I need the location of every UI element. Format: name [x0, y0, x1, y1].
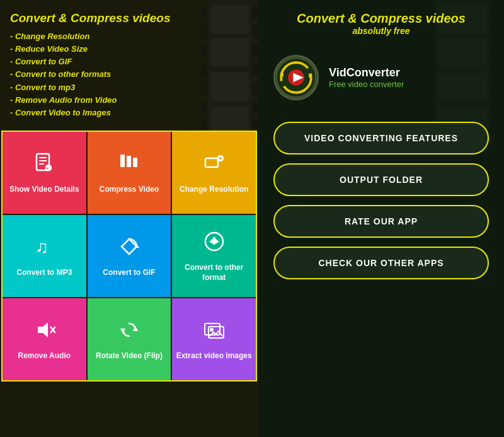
check-other-apps-button[interactable]: CHECK OUR OTHER APPS: [273, 247, 489, 279]
rotate-video-label: Rotate Video (Flip): [96, 351, 163, 361]
app-text: VidConverter Free video converter: [329, 66, 404, 89]
convert-to-mp3-label: Convert to MP3: [16, 268, 72, 278]
left-panel: Convert & Compress videos - Change Resol…: [0, 0, 258, 437]
convert-to-other-icon: [203, 230, 226, 258]
convert-to-other-label: Convert to other format: [175, 263, 253, 283]
app-info: VidConverter Free video converter: [258, 42, 504, 115]
app-tagline: Free video converter: [329, 79, 404, 89]
svg-rect-24: [120, 154, 125, 167]
right-subtitle: absolutly free: [271, 26, 491, 36]
menu-buttons: VIDEO CONVERTING FEATURESOUTPUT FOLDERRA…: [258, 115, 504, 286]
rate-our-app-button[interactable]: RATE OUR APP: [273, 205, 489, 238]
svg-marker-35: [133, 326, 138, 331]
left-features: - Change Resolution- Reduce Video Size- …: [10, 30, 248, 119]
change-resolution-label: Change Resolution: [180, 185, 248, 195]
svg-text:♫: ♫: [35, 237, 49, 257]
convert-to-mp3-icon: ♫: [33, 235, 55, 263]
svg-rect-19: [37, 154, 49, 170]
app-logo: [273, 55, 319, 100]
grid-cell-change-resolution[interactable]: Change Resolution: [172, 132, 256, 214]
remove-audio-icon: [33, 318, 55, 346]
show-video-details-label: Show Video Details: [9, 185, 79, 195]
svg-point-29: [219, 157, 222, 160]
right-title: Convert & Compress videos: [271, 11, 491, 26]
right-panel: Convert & Compress videos absolutly free…: [258, 0, 504, 437]
left-title: Convert & Compress videos: [10, 11, 248, 25]
grid-cell-extract-images[interactable]: Extract video images: [172, 298, 256, 380]
feature-item: - Remove Audio from Video: [10, 94, 248, 107]
feature-item: - Convert to GIF: [10, 55, 248, 68]
remove-audio-label: Remove Audio: [18, 351, 71, 361]
svg-rect-27: [205, 158, 218, 167]
svg-rect-26: [133, 158, 137, 167]
feature-item: - Convert to mp3: [10, 81, 248, 94]
grid-cell-convert-to-gif[interactable]: Convert to GIF: [88, 215, 171, 297]
left-header: Convert & Compress videos - Change Resol…: [0, 0, 258, 125]
compress-video-label: Compress Video: [100, 185, 159, 195]
grid-cell-convert-to-other[interactable]: Convert to other format: [172, 215, 256, 297]
feature-item: - Convert to other formats: [10, 68, 248, 81]
extract-images-icon: [203, 318, 226, 346]
grid-cell-remove-audio[interactable]: Remove Audio: [3, 298, 86, 380]
right-header: Convert & Compress videos absolutly free: [258, 0, 504, 42]
change-resolution-icon: [203, 152, 226, 180]
grid-cell-compress-video[interactable]: Compress Video: [88, 132, 171, 214]
convert-to-gif-label: Convert to GIF: [103, 268, 155, 278]
grid-cell-show-video-details[interactable]: Show Video Details: [3, 132, 86, 214]
svg-marker-32: [38, 322, 48, 337]
app-grid: Show Video DetailsCompress VideoChange R…: [1, 131, 257, 382]
feature-item: - Reduce Video Size: [10, 43, 248, 55]
svg-point-39: [210, 328, 214, 332]
compress-video-icon: [118, 152, 140, 180]
convert-to-gif-icon: [118, 235, 140, 263]
svg-marker-36: [120, 329, 125, 334]
rotate-video-icon: [118, 318, 140, 346]
logo-svg: [275, 55, 317, 100]
svg-rect-25: [127, 156, 131, 167]
grid-cell-rotate-video[interactable]: Rotate Video (Flip): [88, 298, 171, 380]
feature-item: - Change Resolution: [10, 30, 248, 43]
show-video-details-icon: [33, 152, 55, 180]
feature-item: - Convert Video to Images: [10, 107, 248, 119]
video-converting-features-button[interactable]: VIDEO CONVERTING FEATURES: [273, 122, 489, 154]
app-name: VidConverter: [329, 66, 404, 79]
output-folder-button[interactable]: OUTPUT FOLDER: [273, 163, 489, 196]
grid-cell-convert-to-mp3[interactable]: ♫Convert to MP3: [3, 215, 86, 297]
extract-images-label: Extract video images: [176, 351, 252, 361]
